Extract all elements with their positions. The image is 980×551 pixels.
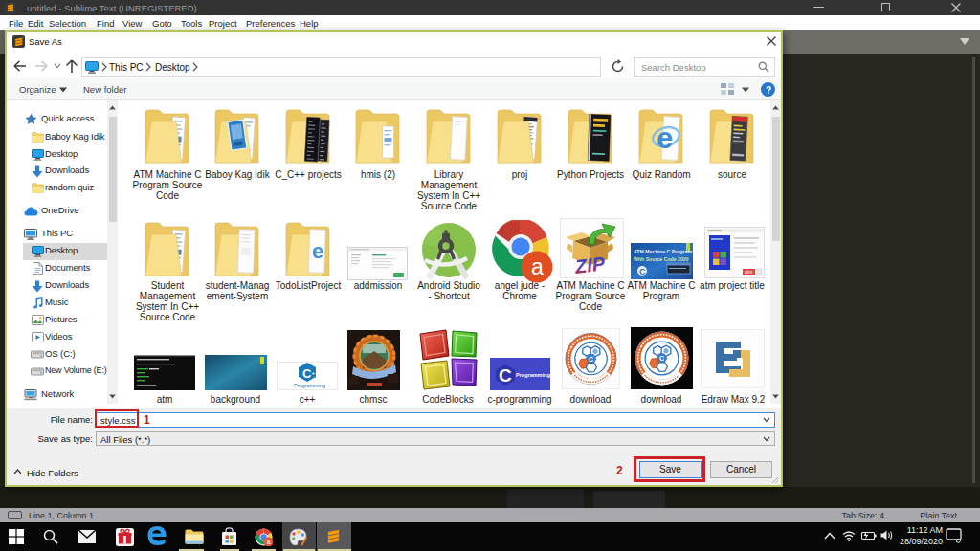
svg-text:C: C (302, 366, 312, 381)
svg-text:With Source Code 2020: With Source Code 2020 (634, 256, 689, 262)
svg-text:e: e (312, 239, 323, 263)
svg-text:C: C (659, 355, 664, 362)
svg-text:ZIP: ZIP (573, 253, 607, 277)
svg-text:C: C (499, 365, 512, 386)
svg-text:ATM Machine C Program: ATM Machine C Program (634, 249, 692, 254)
svg-text:Programming: Programming (294, 383, 325, 388)
svg-text:Programming: Programming (516, 372, 550, 378)
svg-text:atm: atm (745, 269, 752, 275)
svg-text:C: C (589, 356, 593, 363)
svg-text:e: e (657, 121, 673, 155)
svg-text:++: ++ (312, 370, 320, 376)
svg-text:a: a (531, 254, 544, 279)
svg-text:C: C (639, 267, 646, 276)
svg-text:a: a (267, 539, 271, 545)
